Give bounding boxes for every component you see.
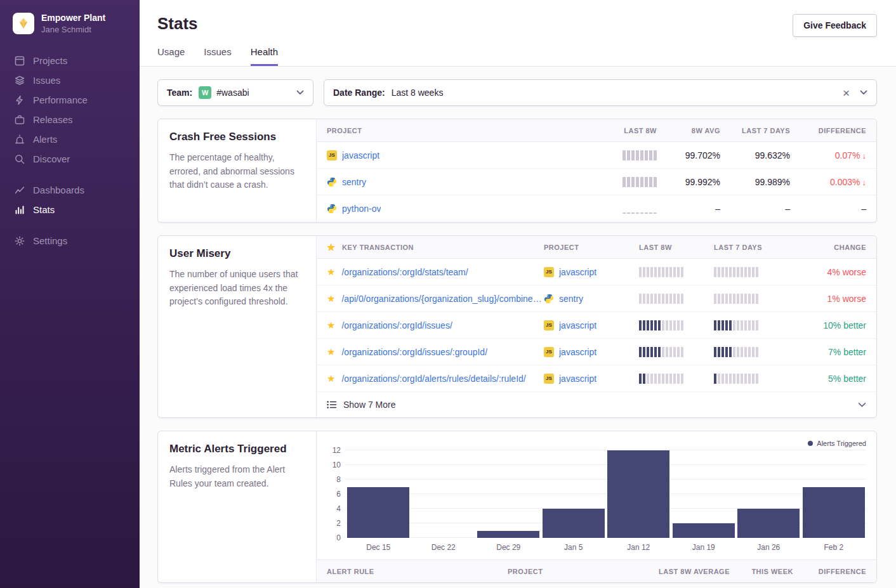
page-title: Stats [157, 14, 877, 34]
main-area: Stats Give Feedback Usage Issues Health … [140, 0, 896, 588]
user-name: Jane Schmidt [41, 25, 105, 34]
app-root: Empower Plant Jane Schmidt Projects Issu… [0, 0, 896, 588]
sidebar-item-settings[interactable]: Settings [14, 231, 140, 251]
tab-usage[interactable]: Usage [157, 46, 185, 66]
misery-sparkline-7d [714, 267, 758, 277]
sidebar-item-stats[interactable]: Stats [14, 200, 140, 219]
table-row: ★ /organizations/:orgId/alerts/rules/det… [317, 365, 876, 392]
difference-value: 0.003%↓ [790, 177, 866, 187]
change-value: 4% worse [795, 267, 866, 277]
table-row: JS javascript 99.702% 99.632% 0.07%↓ [317, 142, 876, 169]
last7-value: 99.632% [720, 150, 790, 160]
project-link[interactable]: python-ov [342, 204, 381, 214]
date-range-selector[interactable]: Date Range: Last 8 weeks × [324, 79, 877, 106]
line-chart-icon [14, 185, 25, 196]
transaction-link[interactable]: /organizations/:orgId/alerts/rules/detai… [341, 374, 525, 384]
star-icon[interactable]: ★ [327, 320, 335, 330]
difference-text: – [861, 204, 866, 214]
project-link[interactable]: javascript [559, 320, 596, 330]
change-value: 1% worse [795, 294, 866, 304]
sidebar-item-label: Discover [33, 154, 70, 164]
user-misery-table: ★ KEY TRANSACTION PROJECT LAST 8W LAST 7… [317, 236, 876, 417]
team-avatar: W [199, 86, 211, 99]
tab-bar: Usage Issues Health [157, 46, 877, 66]
difference-text: 0.003% [830, 177, 860, 187]
siren-icon [14, 134, 25, 145]
clear-icon[interactable]: × [843, 87, 850, 99]
sidebar-item-issues[interactable]: Issues [14, 70, 140, 90]
chart-legend[interactable]: Alerts Triggered [327, 438, 866, 449]
team-label: Team: [167, 88, 192, 98]
sidebar-item-releases[interactable]: Releases [14, 110, 140, 129]
misery-sparkline-7d [714, 347, 758, 357]
crash-free-sessions-panel: Crash Free Sessions The percentage of he… [157, 119, 877, 223]
org-switcher[interactable]: Empower Plant Jane Schmidt [0, 0, 140, 34]
sidebar-item-label: Performance [33, 95, 88, 105]
date-range-label: Date Range: [333, 88, 385, 98]
page-header: Stats Give Feedback Usage Issues Health [140, 0, 896, 67]
column-header: LAST 8W AVERAGE [635, 568, 730, 575]
javascript-icon: JS [544, 320, 554, 330]
table-row: ★ /organizations/:orgId/issues/ JS javas… [317, 312, 876, 339]
transaction-link[interactable]: /organizations/:orgId/stats/team/ [341, 267, 468, 277]
change-value: 7% better [795, 347, 866, 357]
misery-sparkline-8w [639, 267, 683, 277]
column-header: PROJECT [508, 568, 635, 575]
sidebar-nav-secondary: Dashboards Stats [0, 180, 140, 219]
change-value: 5% better [795, 374, 866, 384]
panel-title: User Misery [169, 247, 305, 260]
sidebar-item-performance[interactable]: Performance [14, 90, 140, 110]
sidebar-item-projects[interactable]: Projects [14, 51, 140, 70]
javascript-icon: JS [544, 267, 554, 277]
column-header: KEY TRANSACTION [342, 244, 414, 251]
user-misery-panel: User Misery The number of unique users t… [157, 235, 877, 418]
transaction-link[interactable]: /api/0/organizations/{organization_slug}… [341, 294, 541, 304]
alerts-chart: Alerts Triggered 024681012 Dec 15Dec 22D… [317, 431, 876, 559]
sidebar-item-dashboards[interactable]: Dashboards [14, 180, 140, 200]
column-header: THIS WEEK [730, 568, 793, 575]
team-value: #wasabi [216, 88, 249, 98]
metric-alerts-panel: Metric Alerts Triggered Alerts triggered… [157, 431, 877, 583]
star-icon[interactable]: ★ [327, 294, 335, 303]
column-header: DIFFERENCE [790, 127, 866, 134]
sidebar-item-label: Projects [33, 55, 67, 66]
sidebar-item-discover[interactable]: Discover [14, 149, 140, 169]
column-header: 8W AVG [657, 127, 720, 134]
transaction-link[interactable]: /organizations/:orgId/issues/:groupId/ [341, 347, 487, 357]
crash-free-table: PROJECT LAST 8W 8W AVG LAST 7 DAYS DIFFE… [317, 119, 876, 222]
chevron-down-icon[interactable] [860, 90, 867, 95]
avg-value: 99.702% [657, 150, 720, 160]
chart-plot-wrap: 024681012 [327, 450, 866, 538]
change-value: 10% better [795, 320, 866, 330]
legend-dot-icon [808, 441, 813, 446]
star-icon[interactable]: ★ [327, 347, 335, 356]
project-link[interactable]: javascript [559, 347, 596, 357]
trend-down-icon: ↓ [862, 178, 867, 187]
sidebar-item-label: Issues [33, 75, 60, 86]
sidebar-item-label: Releases [33, 114, 73, 125]
star-icon[interactable]: ★ [327, 267, 335, 277]
python-icon [544, 294, 554, 304]
transaction-link[interactable]: /organizations/:orgId/issues/ [341, 320, 452, 330]
star-icon[interactable]: ★ [327, 374, 335, 383]
show-more-button[interactable]: Show 7 More [317, 392, 876, 417]
trend-sparkline [623, 177, 657, 187]
misery-sparkline-7d [714, 294, 758, 304]
give-feedback-button[interactable]: Give Feedback [793, 14, 877, 37]
project-link[interactable]: javascript [559, 374, 596, 384]
project-link[interactable]: javascript [559, 267, 596, 277]
sidebar-item-alerts[interactable]: Alerts [14, 129, 140, 149]
table-row: sentry 99.992% 99.989% 0.003%↓ [317, 169, 876, 195]
trend-sparkline [623, 150, 657, 160]
python-icon [327, 177, 337, 187]
project-link[interactable]: sentry [342, 177, 366, 187]
javascript-icon: JS [544, 374, 554, 384]
sidebar-item-label: Dashboards [33, 185, 84, 195]
team-selector[interactable]: Team: W #wasabi [157, 79, 313, 106]
javascript-icon: JS [327, 150, 337, 160]
table-row: ★ /organizations/:orgId/issues/:groupId/… [317, 339, 876, 365]
project-link[interactable]: javascript [342, 150, 379, 160]
project-link[interactable]: sentry [559, 294, 583, 304]
tab-health[interactable]: Health [251, 46, 278, 66]
tab-issues[interactable]: Issues [204, 46, 231, 66]
